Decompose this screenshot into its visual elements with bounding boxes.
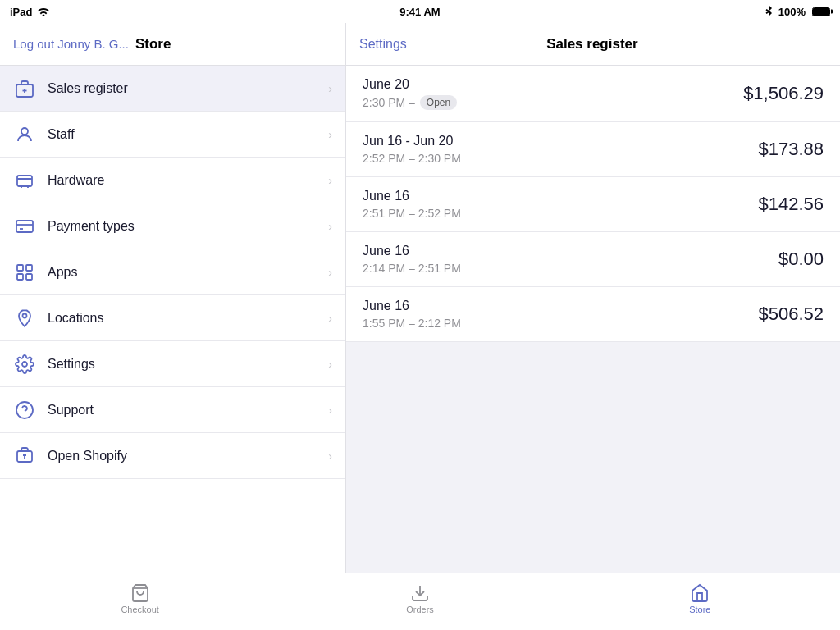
svg-rect-9 xyxy=(26,265,32,271)
tab-bar: CheckoutOrdersStore xyxy=(0,573,840,630)
staff-icon xyxy=(13,123,36,146)
svg-rect-10 xyxy=(17,274,23,280)
sidebar-label-locations: Locations xyxy=(48,311,328,326)
register-item[interactable]: June 16 2:51 PM – 2:52 PM $142.56 xyxy=(346,177,840,232)
session-time: 2:30 PM – xyxy=(363,96,415,109)
apps-icon xyxy=(13,261,36,284)
bluetooth-icon xyxy=(764,5,774,18)
register-item[interactable]: June 16 1:55 PM – 2:12 PM $506.52 xyxy=(346,287,840,342)
session-time: 2:51 PM – 2:52 PM xyxy=(363,207,461,220)
main-content: Sales register › Staff › Hardware › Paym… xyxy=(0,66,840,573)
orders-tab-icon xyxy=(410,583,430,603)
sidebar-item-open-shopify[interactable]: Open Shopify › xyxy=(0,433,345,479)
sidebar-item-staff[interactable]: Staff › xyxy=(0,112,345,158)
chevron-icon-hardware: › xyxy=(328,174,332,187)
svg-rect-11 xyxy=(26,274,32,280)
svg-rect-5 xyxy=(16,221,33,232)
tab-label-checkout: Checkout xyxy=(121,605,158,614)
svg-point-3 xyxy=(21,128,28,135)
header-right: Settings Sales register xyxy=(346,23,840,65)
register-sessions-list: June 20 2:30 PM – Open $1,506.29 Jun 16 … xyxy=(346,66,840,342)
sidebar: Sales register › Staff › Hardware › Paym… xyxy=(0,66,346,573)
register-item[interactable]: June 16 2:14 PM – 2:51 PM $0.00 xyxy=(346,232,840,287)
tab-orders[interactable]: Orders xyxy=(280,580,559,618)
chevron-icon-staff: › xyxy=(328,128,332,141)
svg-rect-4 xyxy=(17,176,32,186)
sidebar-item-support[interactable]: Support › xyxy=(0,387,345,433)
battery-bar xyxy=(812,7,830,16)
svg-rect-8 xyxy=(17,265,23,271)
shopify-icon xyxy=(13,445,36,468)
sidebar-item-sales-register[interactable]: Sales register › xyxy=(0,66,345,112)
settings-link-button[interactable]: Settings xyxy=(359,37,407,52)
sidebar-item-apps[interactable]: Apps › xyxy=(0,249,345,295)
device-label: iPad xyxy=(10,6,32,18)
chevron-icon-sales-register: › xyxy=(328,82,332,95)
session-info: June 16 2:14 PM – 2:51 PM xyxy=(363,244,461,275)
checkout-tab-icon xyxy=(130,583,150,603)
hardware-icon xyxy=(13,169,36,192)
chevron-icon-locations: › xyxy=(328,312,332,325)
session-amount: $0.00 xyxy=(778,249,824,270)
session-time: 2:14 PM – 2:51 PM xyxy=(363,262,461,275)
session-date: June 16 xyxy=(363,299,461,313)
sidebar-item-locations[interactable]: Locations › xyxy=(0,295,345,341)
session-amount: $142.56 xyxy=(758,194,824,215)
svg-point-12 xyxy=(23,313,27,317)
sidebar-item-payment-types[interactable]: Payment types › xyxy=(0,203,345,249)
chevron-icon-support: › xyxy=(328,404,332,417)
support-icon xyxy=(13,399,36,422)
chevron-icon-payment-types: › xyxy=(328,220,332,233)
right-panel: June 20 2:30 PM – Open $1,506.29 Jun 16 … xyxy=(346,66,840,573)
svg-point-13 xyxy=(22,362,27,367)
store-title: Store xyxy=(135,36,171,52)
tab-label-orders: Orders xyxy=(406,605,434,614)
open-badge: Open xyxy=(420,95,457,110)
sidebar-label-support: Support xyxy=(48,403,328,418)
sidebar-label-payment-types: Payment types xyxy=(48,219,328,234)
time-display: 9:41 AM xyxy=(399,6,440,18)
chevron-icon-open-shopify: › xyxy=(328,450,332,463)
sidebar-label-open-shopify: Open Shopify xyxy=(48,449,328,463)
session-info: June 16 2:51 PM – 2:52 PM xyxy=(363,189,461,220)
tab-label-store: Store xyxy=(689,605,710,614)
sidebar-label-apps: Apps xyxy=(48,265,328,280)
session-time-row: 2:51 PM – 2:52 PM xyxy=(363,207,461,220)
session-date: June 16 xyxy=(363,244,461,258)
chevron-icon-settings: › xyxy=(328,358,332,371)
sidebar-label-sales-register: Sales register xyxy=(48,81,328,96)
session-amount: $1,506.29 xyxy=(743,83,824,104)
chevron-icon-apps: › xyxy=(328,266,332,279)
svg-point-14 xyxy=(16,402,33,418)
store-tab-icon xyxy=(690,583,710,603)
register-item[interactable]: Jun 16 - Jun 20 2:52 PM – 2:30 PM $173.8… xyxy=(346,122,840,177)
session-info: June 16 1:55 PM – 2:12 PM xyxy=(363,299,461,330)
session-time-row: 2:14 PM – 2:51 PM xyxy=(363,262,461,275)
logout-button[interactable]: Log out Jonny B. G... xyxy=(13,37,129,51)
wifi-icon xyxy=(37,7,50,16)
sidebar-item-settings[interactable]: Settings › xyxy=(0,341,345,387)
register-item[interactable]: June 20 2:30 PM – Open $1,506.29 xyxy=(346,66,840,122)
session-date: Jun 16 - Jun 20 xyxy=(363,134,461,148)
session-date: June 16 xyxy=(363,189,461,203)
session-date: June 20 xyxy=(363,77,457,92)
session-time: 2:52 PM – 2:30 PM xyxy=(363,152,461,165)
session-time: 1:55 PM – 2:12 PM xyxy=(363,317,461,330)
sidebar-label-settings: Settings xyxy=(48,357,328,372)
session-amount: $506.52 xyxy=(758,304,824,325)
locations-icon xyxy=(13,307,36,330)
battery-fill xyxy=(813,8,829,16)
battery-percent: 100% xyxy=(778,6,806,18)
header: Log out Jonny B. G... Store Settings Sal… xyxy=(0,23,840,66)
status-bar: iPad 9:41 AM 100% xyxy=(0,0,840,23)
sidebar-item-hardware[interactable]: Hardware › xyxy=(0,158,345,203)
session-info: June 20 2:30 PM – Open xyxy=(363,77,457,110)
session-info: Jun 16 - Jun 20 2:52 PM – 2:30 PM xyxy=(363,134,461,165)
tab-store[interactable]: Store xyxy=(560,580,840,618)
status-left: iPad xyxy=(10,6,50,18)
session-time-row: 2:30 PM – Open xyxy=(363,95,457,110)
session-time-row: 1:55 PM – 2:12 PM xyxy=(363,317,461,330)
settings-icon xyxy=(13,353,36,376)
tab-checkout[interactable]: Checkout xyxy=(0,580,280,618)
register-title: Sales register xyxy=(546,36,638,52)
